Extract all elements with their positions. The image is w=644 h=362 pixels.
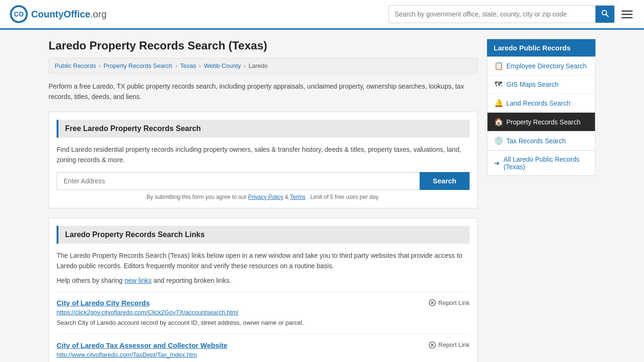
content-area: Laredo Property Records Search (Texas) P… (49, 39, 478, 362)
sidebar-item-employee-directory[interactable]: 📋 Employee Directory Search (487, 57, 595, 75)
sidebar-item-land-records[interactable]: 🔔 Land Records Search (487, 94, 595, 113)
terms-link[interactable]: Terms (290, 194, 305, 200)
report-link-btn-1[interactable]: Report Link (429, 299, 470, 306)
logo-area: CO CountyOffice.org (9, 5, 107, 24)
arrow-icon: ➜ (494, 159, 500, 167)
breadcrumb-public-records[interactable]: Public Records (55, 62, 96, 69)
links-description: The Laredo Property Records Search (Texa… (57, 250, 470, 272)
header: CO CountyOffice.org (0, 0, 644, 30)
sidebar-all-records-link[interactable]: ➜ All Laredo Public Records (Texas) (487, 151, 595, 176)
free-search-heading: Free Laredo Property Records Search (57, 120, 470, 138)
breadcrumb: Public Records › Property Records Search… (49, 58, 478, 74)
sidebar-item-employee-directory-label: Employee Directory Search (506, 62, 586, 70)
main-container: Laredo Property Records Search (Texas) P… (39, 30, 605, 362)
tax-records-icon: 💿 (494, 136, 503, 145)
report-icon-2 (429, 341, 436, 349)
logo-text: CountyOffice.org (31, 9, 107, 20)
link-item-1-desc: Search City of Laredo account record by … (57, 318, 470, 328)
sharing-text: Help others by sharing new links and rep… (57, 277, 470, 284)
hamburger-line-3 (621, 17, 633, 18)
new-links-link[interactable]: new links (124, 277, 152, 284)
header-right (388, 5, 635, 23)
link-item-1-header: City of Laredo City Records Report Link (57, 299, 470, 307)
employee-directory-icon: 📋 (494, 61, 503, 70)
sharing-prefix: Help others by sharing (57, 277, 123, 284)
sidebar-item-tax-records-label: Tax Records Search (506, 137, 566, 145)
header-search-button[interactable] (595, 6, 614, 23)
disclaimer-prefix: By submitting this form you agree to our (147, 194, 247, 200)
svg-line-4 (606, 14, 608, 16)
header-search-bar (388, 5, 615, 23)
hamburger-line-1 (621, 10, 633, 12)
link-item-1-title[interactable]: City of Laredo City Records (57, 299, 150, 307)
report-icon-1 (429, 299, 436, 306)
report-link-btn-2[interactable]: Report Link (429, 341, 470, 349)
sidebar: Laredo Public Records 📋 Employee Directo… (487, 39, 595, 362)
link-item-2-title[interactable]: City of Laredo Tax Assessor and Collecto… (57, 341, 227, 349)
form-disclaimer: By submitting this form you agree to our… (57, 194, 470, 200)
breadcrumb-texas[interactable]: Texas (180, 62, 196, 69)
search-icon (601, 9, 609, 17)
intro-text: Perform a free Laredo, TX public propert… (49, 81, 478, 102)
sidebar-item-gis-maps-label: GIS Maps Search (506, 81, 559, 88)
disclaimer-and: & (285, 194, 290, 200)
sidebar-list: 📋 Employee Directory Search 🗺 GIS Maps S… (487, 57, 595, 151)
privacy-policy-link[interactable]: Privacy Policy (248, 194, 283, 200)
breadcrumb-property-records-search[interactable]: Property Records Search (104, 62, 173, 69)
free-search-section: Free Laredo Property Records Search Find… (49, 112, 478, 208)
svg-text:CO: CO (14, 10, 24, 18)
breadcrumb-webb-county[interactable]: Webb County (204, 62, 241, 69)
links-section: Laredo Property Records Search Links The… (49, 218, 478, 362)
link-item-2: City of Laredo Tax Assessor and Collecto… (57, 334, 470, 362)
address-search-row: Search (57, 172, 470, 190)
breadcrumb-sep-1: › (99, 62, 100, 69)
gis-maps-icon: 🗺 (494, 80, 503, 89)
sidebar-all-records-label: All Laredo Public Records (Texas) (504, 156, 588, 171)
sidebar-title: Laredo Public Records (487, 39, 595, 57)
land-records-icon: 🔔 (494, 99, 503, 107)
breadcrumb-sep-3: › (199, 62, 201, 69)
hamburger-menu-button[interactable] (619, 8, 635, 20)
sidebar-item-tax-records[interactable]: 💿 Tax Records Search (487, 132, 595, 150)
hamburger-line-2 (621, 14, 633, 15)
disclaimer-suffix: . Limit of 5 free uses per day. (307, 194, 380, 200)
sidebar-item-property-records[interactable]: 🏠 Property Records Search (487, 113, 595, 132)
breadcrumb-laredo: Laredo (248, 62, 267, 69)
report-link-label-2: Report Link (438, 341, 470, 348)
header-search-input[interactable] (389, 7, 595, 22)
address-search-button[interactable]: Search (420, 172, 470, 190)
sidebar-item-land-records-label: Land Records Search (506, 99, 570, 107)
breadcrumb-sep-4: › (244, 62, 246, 69)
link-item-2-header: City of Laredo Tax Assessor and Collecto… (57, 341, 470, 349)
property-records-icon: 🏠 (494, 117, 503, 126)
report-link-label-1: Report Link (438, 299, 470, 306)
sidebar-item-property-records-label: Property Records Search (506, 118, 580, 126)
page-title: Laredo Property Records Search (Texas) (49, 39, 478, 52)
link-item-2-url[interactable]: http://www.cityoflaredo.com/TaxDept/Tax_… (57, 351, 470, 358)
free-search-description: Find Laredo residential property records… (57, 144, 470, 165)
breadcrumb-sep-2: › (175, 62, 177, 69)
logo-icon: CO (9, 5, 28, 24)
sidebar-item-gis-maps[interactable]: 🗺 GIS Maps Search (487, 75, 595, 94)
links-section-heading: Laredo Property Records Search Links (57, 226, 470, 244)
sharing-suffix: and reporting broken links. (153, 277, 231, 284)
link-item-1: City of Laredo City Records Report Link … (57, 292, 470, 334)
address-input[interactable] (57, 172, 420, 190)
link-item-1-url[interactable]: https://click2gov.cityoflaredo.com/Click… (57, 309, 470, 316)
